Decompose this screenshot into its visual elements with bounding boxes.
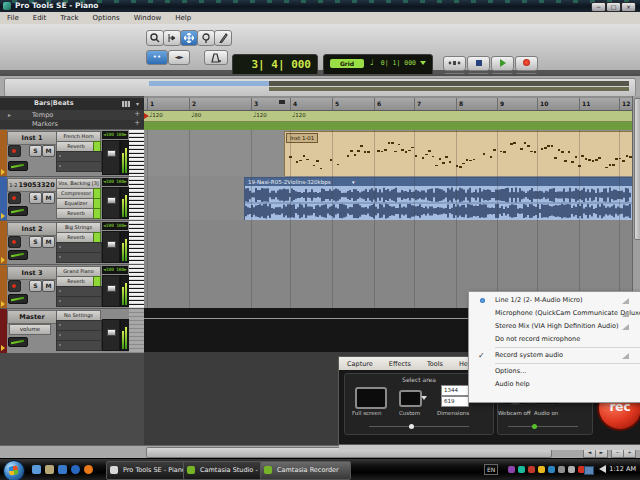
menu-file[interactable]: File	[0, 14, 26, 22]
online-button[interactable]	[443, 56, 466, 71]
insert-empty-slot[interactable]	[56, 161, 102, 172]
title-bar[interactable]: Pro Tools SE - Piano − □ ×	[0, 0, 640, 12]
track-name[interactable]: Inst 3	[7, 266, 57, 280]
track-record-button[interactable]	[8, 236, 21, 248]
playlist-arrow-icon[interactable]	[1, 213, 5, 219]
tempo-event[interactable]: ♩120	[292, 111, 306, 119]
network-icon[interactable]	[584, 466, 594, 475]
mini-keyboard[interactable]	[129, 130, 144, 177]
menu-window[interactable]: Window	[127, 14, 169, 22]
volume-slider-icon[interactable]	[622, 298, 629, 304]
tray-icon[interactable]	[528, 466, 535, 473]
context-menu-item[interactable]: Do not record microphone	[469, 333, 640, 346]
menu-edit[interactable]: Edit	[26, 14, 54, 22]
track-record-button[interactable]	[8, 192, 21, 204]
close-button[interactable]: ×	[621, 2, 636, 12]
volume-button[interactable]: volume	[9, 324, 51, 335]
playlist-arrow-icon[interactable]	[1, 301, 5, 307]
track-name[interactable]: 1-219053320	[7, 178, 57, 192]
menu-track[interactable]: Track	[53, 14, 85, 22]
quick-launch-icon[interactable]	[71, 465, 80, 474]
ruler-header-bars[interactable]: Bars|Beats ▾	[0, 98, 144, 110]
playlist-arrow-icon[interactable]	[1, 169, 5, 175]
pan-indicators[interactable]: ◄100100►	[102, 131, 128, 139]
tempo-event[interactable]: ♩120	[253, 111, 267, 119]
camtasia-menu-capture[interactable]: Capture	[339, 360, 381, 368]
quick-launch-icon[interactable]	[84, 465, 93, 474]
zoom-tool-button[interactable]	[146, 30, 164, 46]
insert-plugin-button[interactable]: Reverb	[56, 208, 96, 219]
fullscreen-icon[interactable]	[355, 387, 387, 409]
audio-clip[interactable]: 19-Nasi-R05-2Violins-320kbps ▾	[244, 177, 632, 221]
tempo-lane[interactable]: ♩120♩80♩120♩120	[144, 111, 632, 122]
track-header-inst3[interactable]: Inst 3SMGrand PianoReverb◄100100►	[0, 264, 144, 309]
track-header-master[interactable]: MastervolumeNo Settings	[0, 308, 144, 353]
play-button[interactable]	[491, 56, 514, 71]
metronome-button[interactable]	[204, 50, 228, 65]
track-header-inst2[interactable]: Inst 2SMBig StringsReverb◄100100►	[0, 220, 144, 265]
track-record-button[interactable]	[8, 145, 21, 157]
record-button[interactable]	[515, 56, 538, 71]
automation-button[interactable]	[8, 250, 28, 260]
restore-button[interactable]: □	[606, 2, 621, 12]
grid-row[interactable]: Grid ♩ 0| 1| 000	[328, 57, 428, 70]
menu-help[interactable]: Help	[168, 14, 198, 22]
pencil-tool-button[interactable]	[214, 30, 232, 46]
custom-dropdown-icon[interactable]	[421, 396, 427, 400]
bars-ruler[interactable]: 123456789101112	[144, 98, 632, 111]
chevron-down-icon[interactable]: ▾	[136, 100, 139, 107]
tray-icon[interactable]	[558, 466, 565, 473]
context-menu-item[interactable]: Stereo Mix (VIA High Definition Audio)	[469, 320, 640, 333]
mute-button[interactable]: M	[42, 192, 55, 204]
insert-empty-slot[interactable]	[56, 340, 102, 351]
solo-button[interactable]: S	[29, 145, 42, 157]
menu-options[interactable]: Options	[86, 14, 127, 22]
grid-dropdown-icon[interactable]	[420, 61, 426, 65]
insert-empty-slot[interactable]	[56, 252, 102, 263]
mute-button[interactable]: M	[42, 236, 55, 248]
dimension-width-field[interactable]: 1344	[441, 385, 469, 396]
ruler-header-tempo[interactable]: ▸ Tempo +	[0, 110, 144, 120]
volume-fader[interactable]	[102, 275, 120, 307]
volume-fader[interactable]	[102, 140, 120, 175]
zoom-toggle-button[interactable]: ◄►	[168, 50, 190, 65]
tray-icon[interactable]	[548, 466, 555, 473]
trim-tool-button[interactable]	[163, 30, 181, 46]
automation-button[interactable]	[8, 161, 28, 171]
playlist-arrow-icon[interactable]	[1, 257, 5, 263]
track-name[interactable]: Inst 1	[7, 131, 57, 145]
volume-slider-icon[interactable]	[622, 311, 629, 317]
tray-icon[interactable]	[538, 466, 545, 473]
pan-indicators[interactable]: ◄100100►	[102, 266, 128, 274]
stop-button[interactable]	[467, 56, 490, 71]
tray-icon[interactable]	[568, 466, 575, 473]
add-marker-icon[interactable]: +	[134, 119, 140, 127]
automation-button[interactable]	[8, 206, 28, 216]
volume-fader[interactable]	[102, 187, 120, 219]
grid-label[interactable]: Grid	[330, 59, 364, 68]
volume-icon[interactable]	[599, 465, 606, 473]
context-menu-item[interactable]: Record system audio✓	[469, 349, 640, 362]
mini-keyboard[interactable]	[129, 221, 144, 265]
mute-button[interactable]: M	[42, 145, 55, 157]
plugin-bypass-led[interactable]	[93, 208, 101, 219]
context-menu-item[interactable]: Line 1/2 (2- M-Audio Micro)	[469, 294, 640, 307]
language-indicator[interactable]: EN	[484, 464, 498, 475]
volume-slider-icon[interactable]	[622, 324, 629, 330]
custom-area-icon[interactable]	[399, 390, 422, 407]
inputs-slider[interactable]	[508, 426, 578, 427]
tray-icon[interactable]	[508, 466, 515, 473]
tempo-event[interactable]: ♩120	[149, 111, 163, 119]
solo-button[interactable]: S	[29, 280, 42, 292]
grabber-tool-button[interactable]	[180, 30, 198, 46]
grid-view-icon[interactable]	[122, 101, 130, 107]
add-tempo-icon[interactable]: +	[134, 110, 140, 118]
mini-keyboard[interactable]	[129, 177, 144, 221]
volume-fader[interactable]	[102, 319, 120, 351]
tempo-event[interactable]: ♩80	[191, 111, 201, 119]
context-menu-item[interactable]: Options...	[469, 365, 640, 378]
quick-launch-icon[interactable]	[45, 465, 54, 474]
pan-indicators[interactable]: ◄100100►	[102, 222, 128, 230]
mini-keyboard[interactable]	[129, 265, 144, 309]
zoom-mode-button[interactable]: ••	[146, 50, 168, 65]
